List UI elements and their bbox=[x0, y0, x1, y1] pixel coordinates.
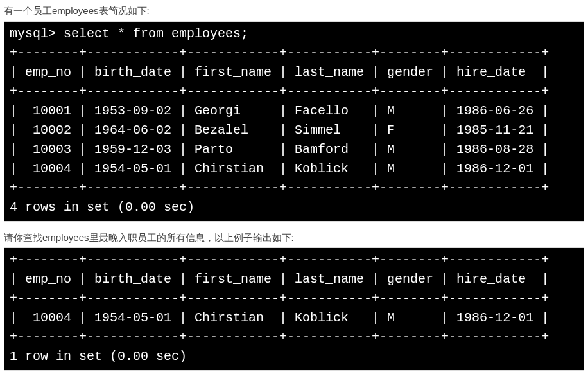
intro-text-2: 请你查找employees里最晚入职员工的所有信息，以上例子输出如下: bbox=[4, 231, 584, 245]
intro-text-1: 有一个员工employees表简况如下: bbox=[4, 4, 584, 19]
terminal-block-1: mysql> select * from employees; +-------… bbox=[4, 21, 584, 222]
terminal-block-2: +--------+------------+------------+----… bbox=[4, 247, 584, 371]
